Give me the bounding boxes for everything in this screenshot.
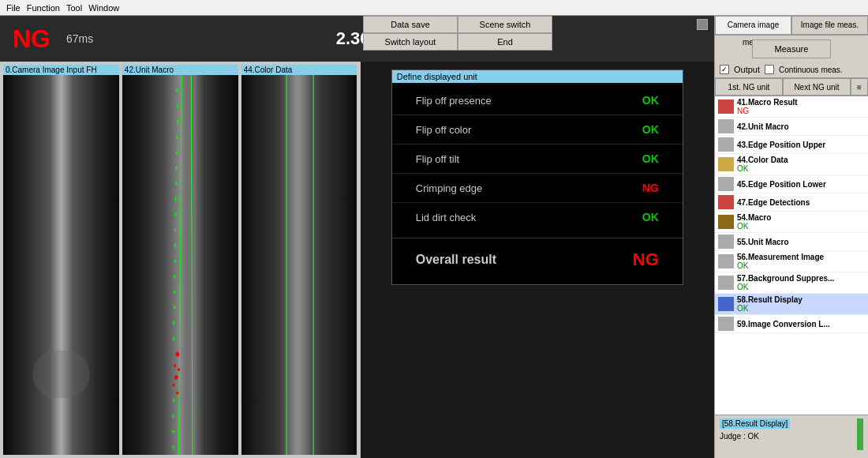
unit-icon-41 xyxy=(718,99,734,114)
menu-window[interactable]: Window xyxy=(85,3,122,13)
tab-camera-image[interactable]: Camera image meas. xyxy=(715,16,791,35)
unit-icon-55 xyxy=(718,235,734,249)
unit-name-56: 56.Measurement Image xyxy=(737,253,824,261)
unit-icon-44 xyxy=(718,157,734,171)
result-status-4: OK xyxy=(642,211,659,223)
menu-function[interactable]: Function xyxy=(24,3,63,13)
continuous-checkbox[interactable] xyxy=(765,65,774,74)
unit-text-41: 41.Macro ResultNG xyxy=(737,98,798,115)
list-item[interactable]: 55.Unit Macro xyxy=(715,233,868,251)
unit-icon-57 xyxy=(718,276,734,290)
ng-icon-button[interactable]: ≡ xyxy=(851,78,868,96)
switch-layout-button[interactable]: Switch layout xyxy=(363,33,458,51)
bottom-info-header: [58.Result Display] xyxy=(720,419,790,429)
unit-icon-42 xyxy=(718,119,734,133)
unit-text-47: 47.Edge Detections xyxy=(737,198,810,207)
list-item[interactable]: 47.Edge Detections xyxy=(715,193,868,212)
unit-text-57: 57.Background Suppres...OK xyxy=(737,274,834,291)
result-label-0: Flip off presence xyxy=(416,95,492,107)
list-item[interactable]: 57.Background Suppres...OK xyxy=(715,272,868,294)
list-item[interactable]: 42.Unit Macro xyxy=(715,118,868,136)
result-status-2: OK xyxy=(642,152,659,165)
list-item[interactable]: 45.Edge Position Lower xyxy=(715,175,868,193)
scene-switch-button[interactable]: Scene switch xyxy=(458,16,552,33)
list-item[interactable]: 44.Color DataOK xyxy=(715,154,868,175)
unit-name-42: 42.Unit Macro xyxy=(737,122,789,131)
minimize-icon[interactable] xyxy=(697,19,708,30)
units-list: 41.Macro ResultNG42.Unit Macro43.Edge Po… xyxy=(715,96,868,415)
svg-point-26 xyxy=(176,392,178,395)
list-item[interactable]: 56.Measurement ImageOK xyxy=(715,251,868,272)
image-panel-0-title: 0.Camera Image Input FH xyxy=(3,65,119,75)
unit-icon-58 xyxy=(718,297,734,311)
result-status-0: OK xyxy=(642,94,659,107)
result-status-1: OK xyxy=(642,123,659,136)
menu-tool[interactable]: Tool xyxy=(63,3,85,13)
next-ng-button[interactable]: Next NG unit xyxy=(783,78,851,96)
unit-text-45: 45.Edge Position Lower xyxy=(737,180,826,189)
list-item[interactable]: 43.Edge Position Upper xyxy=(715,136,868,154)
list-item[interactable]: 41.Macro ResultNG xyxy=(715,96,868,118)
overall-result-row: Overall result NG xyxy=(392,238,683,281)
result-label-1: Flip off color xyxy=(416,124,472,136)
unit-status-54: OK xyxy=(737,222,771,231)
unit-text-59: 59.Image Conversion L... xyxy=(737,320,830,328)
unit-status-58: OK xyxy=(737,304,803,313)
status-bar-indicator xyxy=(857,419,863,450)
list-item[interactable]: 58.Result DisplayOK xyxy=(715,294,868,315)
svg-point-24 xyxy=(174,375,178,380)
unit-name-45: 45.Edge Position Lower xyxy=(737,180,826,189)
image-panel-0: 0.Camera Image Input FH xyxy=(3,65,119,455)
unit-name-43: 43.Edge Position Upper xyxy=(737,141,825,149)
unit-name-44: 44.Color Data xyxy=(737,156,788,164)
result-label-4: Lid dirt check xyxy=(416,212,477,223)
list-item[interactable]: 59.Image Conversion L... xyxy=(715,315,868,333)
unit-icon-47 xyxy=(718,195,734,209)
unit-status-44: OK xyxy=(737,164,788,173)
unit-text-43: 43.Edge Position Upper xyxy=(737,141,825,149)
unit-text-42: 42.Unit Macro xyxy=(737,122,789,131)
unit-icon-43 xyxy=(718,137,734,152)
define-panel-header: Define displayed unit xyxy=(392,70,683,83)
unit-text-55: 55.Unit Macro xyxy=(737,238,789,246)
continuous-label: Continuous meas. xyxy=(779,66,843,74)
image-panel-44: 44.Color Data xyxy=(241,65,357,455)
unit-status-57: OK xyxy=(737,283,834,291)
result-row-1: Flip off color OK xyxy=(392,115,683,145)
unit-text-44: 44.Color DataOK xyxy=(737,156,788,173)
unit-icon-54 xyxy=(718,215,734,229)
first-ng-button[interactable]: 1st. NG unit xyxy=(715,78,783,96)
image-panel-42: 42.Unit Macro xyxy=(122,65,238,455)
tab-image-file[interactable]: Image file meas. xyxy=(791,16,868,35)
unit-name-47: 47.Edge Detections xyxy=(737,198,810,207)
menu-file[interactable]: File xyxy=(3,3,24,13)
unit-text-56: 56.Measurement ImageOK xyxy=(737,253,824,270)
bottom-info-text: Judge : OK xyxy=(720,432,790,441)
result-row-4: Lid dirt check OK xyxy=(392,203,683,231)
result-row-2: Flip off tilt OK xyxy=(392,145,683,174)
unit-status-56: OK xyxy=(737,261,824,270)
output-checkbox[interactable]: ✓ xyxy=(720,65,729,74)
svg-line-0 xyxy=(178,75,181,455)
unit-name-59: 59.Image Conversion L... xyxy=(737,320,830,328)
list-item[interactable]: 54.MacroOK xyxy=(715,212,868,233)
svg-point-23 xyxy=(178,368,180,371)
svg-point-22 xyxy=(174,364,176,367)
unit-icon-59 xyxy=(718,317,734,331)
unit-name-58: 58.Result Display xyxy=(737,295,803,304)
image-panel-42-title: 42.Unit Macro xyxy=(122,65,238,75)
result-label-3: Crimping edge xyxy=(416,182,483,194)
data-save-button[interactable]: Data save xyxy=(363,16,458,33)
result-status-3: NG xyxy=(642,182,659,194)
timing-display: 67ms xyxy=(66,32,93,45)
measure-button[interactable]: Measure xyxy=(752,39,831,58)
unit-status-41: NG xyxy=(737,107,798,115)
unit-text-54: 54.MacroOK xyxy=(737,213,771,231)
unit-name-57: 57.Background Suppres... xyxy=(737,274,834,283)
overall-label: Overall result xyxy=(416,253,496,267)
output-label: Output xyxy=(734,65,760,74)
result-row-3: Crimping edge NG xyxy=(392,174,683,203)
result-label-2: Flip off tilt xyxy=(416,153,459,165)
end-button[interactable]: End xyxy=(458,33,552,51)
unit-icon-56 xyxy=(718,254,734,268)
